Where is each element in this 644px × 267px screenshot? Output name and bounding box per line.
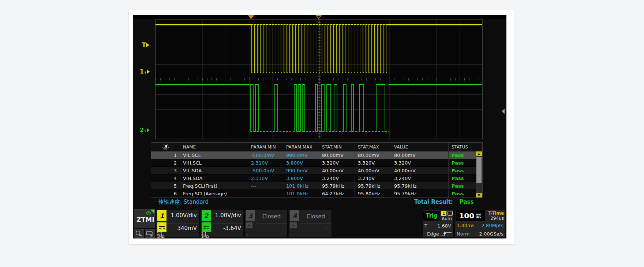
table-row[interactable]: 5Freq.SCL(First) ---101.0kHz 95.79kHz95.… [151, 182, 482, 189]
edge-glyph-icon: ϟ [144, 129, 146, 133]
corner-flag-icon [150, 210, 154, 214]
channel-2-block[interactable]: 2 1:11MΩ 1.00V/div -3.64V [200, 209, 243, 238]
ch1-ground-marker[interactable]: 1ϟ [140, 68, 150, 75]
t-time-value: 294us [490, 216, 504, 221]
channel-1-offset: 340mV [177, 225, 197, 232]
ch2-ground-marker[interactable]: 2ϟ [140, 127, 150, 134]
total-result: Total Result:Pass [414, 199, 473, 205]
waveform-grid [155, 19, 483, 139]
sweep-mode: Norm [457, 231, 469, 237]
table-row[interactable]: 2VIH.SCL 2.310V3.800V 3.320V3.320V 3.320… [151, 159, 482, 166]
channel-4-block[interactable]: 4 – Closed -- -:- [289, 209, 332, 238]
rising-edge-icon [440, 231, 452, 237]
table-row[interactable]: 6Freq.SCL(Average) ---101.0kHz 64.27kHz9… [151, 189, 482, 197]
trigger-level-value: 1.68V [437, 223, 451, 229]
trigger-source-badge: 1 [441, 211, 446, 216]
channel-2-scale: 1.00V/div [215, 212, 241, 219]
touch-tap-button[interactable] [134, 229, 144, 238]
timebase-display: 100 us/div [456, 210, 485, 221]
channel-3-badge[interactable]: 3 [246, 210, 255, 221]
channel-2-offset: -3.64V [223, 225, 241, 232]
right-arrow-icon [147, 128, 150, 132]
trigger-delay-marker[interactable] [248, 15, 254, 19]
scope-screen: T 1ϟ 2ϟ B NAME PARAM.MIN PARAM.MAX STAT.… [133, 15, 506, 238]
collapse-panel-arrow[interactable] [502, 109, 505, 114]
channel-4-offset: -- [325, 225, 329, 231]
measurement-table: B NAME PARAM.MIN PARAM.MAX STAT.MIN STAT… [151, 142, 483, 198]
table-row[interactable]: 4VIH.SDA 2.310V3.800V 3.240V3.240V 3.240… [151, 174, 482, 182]
touch-drag-button[interactable] [145, 229, 155, 238]
table-header-row: B NAME PARAM.MIN PARAM.MAX STAT.MIN STAT… [151, 143, 482, 151]
brand-logo: ZTMI P [134, 209, 155, 228]
right-arrow-icon [147, 69, 150, 74]
trigger-level-label: T [424, 223, 427, 229]
channel-1-badge[interactable]: 1 [157, 210, 166, 221]
capture-window: 1.40ms [457, 223, 474, 228]
table-scrollbar[interactable] [476, 151, 482, 198]
chevron-up-icon [478, 153, 480, 155]
trigger-mode: Auto [440, 216, 453, 221]
trigger-type: Edge [427, 231, 439, 237]
trigger-coupling-icon [448, 211, 453, 216]
channel-3-probe: -:- [246, 233, 250, 237]
channel-4-minus-icon: – [290, 222, 297, 228]
channel-2-coupling-icon[interactable] [202, 222, 211, 232]
scroll-up-button[interactable] [476, 151, 482, 156]
channel-3-minus-icon: – [246, 222, 252, 228]
sample-rate: 2.00GSa/s [479, 231, 503, 237]
right-arrow-icon [146, 43, 149, 47]
channel-1-probe: 1:11MΩ [157, 232, 164, 238]
transfer-speed-label: 传输速度: Standard [158, 199, 209, 206]
table-row[interactable]: 3VIL.SDA -500.0mV990.0mV 40.00mV40.00mV … [151, 166, 482, 174]
trigger-status-block[interactable]: Trig 1 Auto T 1.68V Edge [422, 209, 453, 238]
oscilloscope-window: T 1ϟ 2ϟ B NAME PARAM.MIN PARAM.MAX STAT.… [129, 10, 514, 244]
trigger-level-marker[interactable]: T [142, 41, 149, 48]
tap-gesture-icon [135, 230, 143, 237]
chevron-down-icon [478, 194, 480, 196]
timebase-block[interactable]: 100 us/div T-Time 294us 1.40ms 2.80Mpts … [454, 209, 506, 238]
scroll-down-button[interactable] [476, 193, 482, 198]
trig-indicator: Trig [423, 211, 440, 221]
channel-4-state: Closed [300, 213, 332, 220]
ch2-trace-high-right [389, 84, 483, 85]
sidebar-divider [501, 18, 501, 207]
channel-3-offset: -- [281, 225, 284, 231]
trigger-position-marker[interactable] [316, 15, 322, 19]
channel-1-scale: 1.00V/div [171, 212, 197, 219]
channel-1-block[interactable]: 1 1:11MΩ 1.00V/div 340mV [156, 209, 199, 238]
scrollbar-thumb[interactable] [476, 157, 482, 183]
drag-gesture-icon [146, 230, 154, 237]
sda-pulses [156, 19, 483, 139]
channel-2-probe: 1:11MΩ [201, 232, 209, 238]
table-row[interactable]: 1VIL.SCL -500.0mV990.0mV 80.00mV80.00mV … [151, 151, 482, 159]
channel-4-badge[interactable]: 4 [290, 210, 299, 221]
channel-2-badge[interactable]: 2 [202, 210, 211, 221]
channel-4-probe: -:- [290, 233, 294, 237]
edge-glyph-icon: ϟ [144, 71, 146, 74]
channel-1-coupling-icon[interactable] [157, 222, 166, 232]
channel-3-state: Closed [256, 213, 287, 220]
bus-icon: B [162, 143, 169, 150]
channel-3-block[interactable]: 3 – Closed -- -:- [244, 209, 288, 238]
memory-depth: 2.80Mpts [482, 223, 503, 228]
t-time-label: T-Time [488, 211, 504, 216]
